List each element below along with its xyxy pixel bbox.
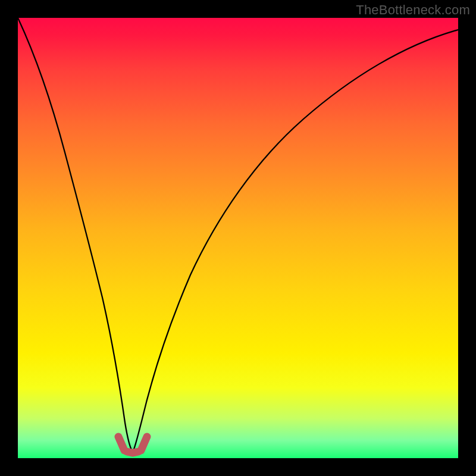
trough-marker-group	[118, 437, 147, 453]
watermark-text: TheBottleneck.com	[356, 2, 470, 18]
bottleneck-curve	[18, 18, 458, 452]
chart-frame: TheBottleneck.com	[0, 0, 476, 476]
curve-layer	[18, 18, 458, 458]
trough-marker-left	[118, 437, 124, 450]
plot-area	[18, 18, 458, 458]
trough-marker-right	[141, 437, 147, 450]
trough-marker-mid	[127, 452, 139, 453]
